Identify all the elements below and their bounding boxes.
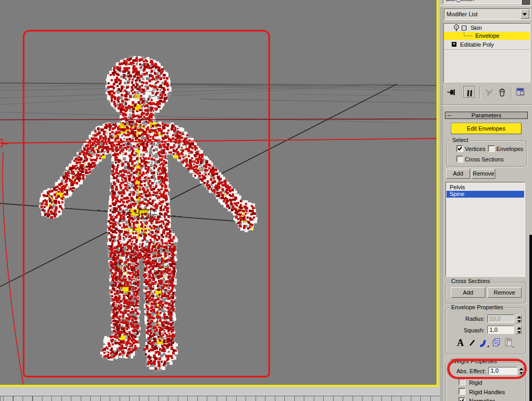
svg-text:A: A <box>457 338 464 348</box>
